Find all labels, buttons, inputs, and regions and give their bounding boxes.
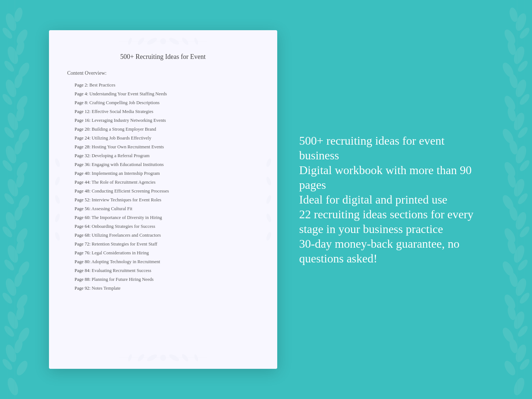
- toc-item: Page 20: Building a Strong Employer Bran…: [75, 125, 259, 134]
- toc-item: Page 88: Planning for Future Hiring Need…: [75, 275, 259, 284]
- table-of-contents: Page 2: Best PracticesPage 4: Understand…: [67, 81, 259, 293]
- feature-item: 22 recruiting ideas sections for every s…: [299, 207, 483, 236]
- toc-item: Page 60: The Importance of Diversity in …: [75, 213, 259, 222]
- features-list: 500+ recruiting ideas for event business…: [299, 133, 483, 266]
- svg-point-118: [265, 213, 272, 223]
- svg-point-111: [54, 176, 61, 186]
- toc-item: Page 36: Engaging with Educational Insti…: [75, 160, 259, 169]
- svg-point-114: [54, 232, 61, 241]
- toc-item: Page 4: Understanding Your Event Staffin…: [75, 89, 259, 98]
- toc-item: Page 92: Notes Template: [75, 284, 259, 293]
- doc-ornament-side-right: [263, 144, 274, 255]
- toc-item: Page 24: Utilizing Job Boards Effectivel…: [75, 134, 259, 142]
- doc-ornament-top: [108, 34, 218, 49]
- doc-ornament-bottom: [108, 350, 218, 365]
- toc-item: Page 44: The Role of Recruitment Agencie…: [75, 178, 259, 187]
- feature-item: 30-day money-back guarantee, no question…: [299, 236, 483, 266]
- toc-item: Page 56: Assessing Cultural Fit: [75, 204, 259, 213]
- toc-item: Page 8: Crafting Compelling Job Descript…: [75, 98, 259, 107]
- toc-item: Page 52: Interview Techniques for Event …: [75, 195, 259, 204]
- toc-item: Page 64: Onboarding Strategies for Succe…: [75, 222, 259, 231]
- toc-item: Page 48: Conducting Efficient Screening …: [75, 187, 259, 195]
- toc-item: Page 68: Utilizing Freelancers and Contr…: [75, 231, 259, 240]
- svg-point-116: [265, 176, 272, 186]
- toc-item: Page 2: Best Practices: [75, 81, 259, 89]
- document-title: 500+ Recruiting Ideas for Event: [67, 52, 259, 61]
- toc-item: Page 16: Leveraging Industry Networking …: [75, 116, 259, 125]
- content-overview-label: Content Overview:: [67, 70, 259, 76]
- toc-item: Page 12: Effective Social Media Strategi…: [75, 107, 259, 116]
- svg-point-113: [54, 213, 61, 223]
- svg-point-119: [265, 232, 272, 241]
- toc-item: Page 72: Retention Strategies for Event …: [75, 240, 259, 248]
- svg-point-112: [54, 195, 61, 204]
- toc-item: Page 32: Developing a Referral Program: [75, 151, 259, 160]
- document-mockup: 500+ Recruiting Ideas for Event Content …: [49, 30, 277, 369]
- features-panel: 500+ recruiting ideas for event business…: [299, 133, 483, 266]
- toc-item: Page 80: Adopting Technology in Recruitm…: [75, 257, 259, 266]
- svg-point-115: [265, 158, 272, 167]
- feature-item: 500+ recruiting ideas for event business: [299, 133, 483, 163]
- feature-item: Digital workbook with more than 90 pages: [299, 163, 483, 192]
- toc-item: Page 40: Implementing an Internship Prog…: [75, 169, 259, 178]
- toc-item: Page 28: Hosting Your Own Recruitment Ev…: [75, 142, 259, 151]
- doc-ornament-side-left: [52, 144, 63, 255]
- toc-item: Page 76: Legal Considerations in Hiring: [75, 248, 259, 257]
- main-container: 500+ Recruiting Ideas for Event Content …: [0, 0, 532, 399]
- feature-item: Ideal for digital and printed use: [299, 192, 483, 207]
- toc-item: Page 84: Evaluating Recruitment Success: [75, 266, 259, 275]
- svg-point-110: [54, 158, 61, 167]
- svg-point-117: [265, 195, 272, 204]
